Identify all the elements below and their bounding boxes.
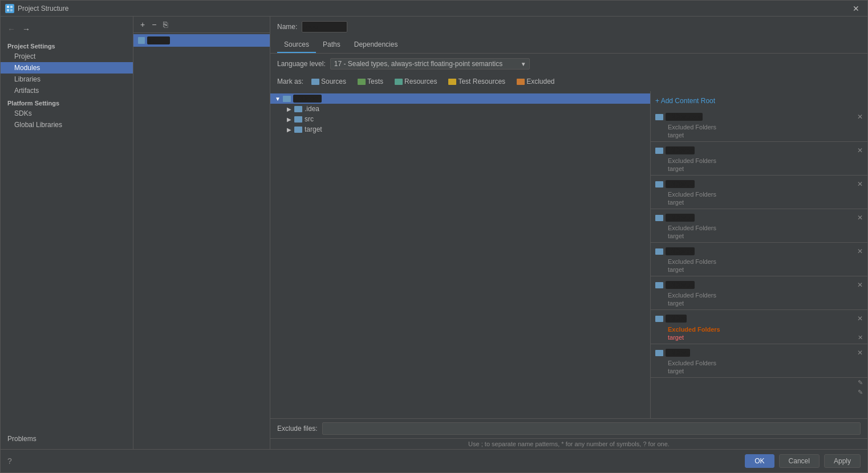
language-level-select[interactable]: 17 - Sealed types, always-strict floatin… xyxy=(330,58,530,70)
folder-icon xyxy=(294,116,302,123)
copy-module-button[interactable]: ⎘ xyxy=(161,19,170,30)
content-root-folder-icon xyxy=(655,248,663,255)
sidebar-item-artifacts[interactable]: Artifacts xyxy=(1,85,133,96)
tree-expand-arrow[interactable]: ▶ xyxy=(286,127,292,133)
excluded-folder-icon xyxy=(517,79,525,85)
excluded-folders-label: Excluded Folders xyxy=(651,258,867,266)
content-root-folder-icon xyxy=(655,350,663,356)
content-root-path-text: E:\Dev●●●● xyxy=(655,113,703,121)
cancel-button[interactable]: Cancel xyxy=(779,454,820,468)
content-root-item: E:\Dev●● ✕ Excluded Folders target xyxy=(651,142,867,176)
ok-button[interactable]: OK xyxy=(745,454,774,468)
exclude-files-row: Exclude files: xyxy=(270,418,867,438)
excluded-folders-value: target xyxy=(651,131,867,139)
excluded-folders-label: Excluded Folders xyxy=(651,291,867,299)
excluded-folders-label: Excluded Folders xyxy=(651,359,867,367)
content-root-path-row: E:\Dev●●●● ✕ xyxy=(651,111,867,123)
sidebar: ← → Project Settings Project Modules Lib… xyxy=(1,17,133,449)
tab-dependencies[interactable]: Dependencies xyxy=(347,37,405,53)
pencil-icon-2[interactable]: ✎ xyxy=(858,389,863,396)
apply-button[interactable]: Apply xyxy=(824,454,861,468)
svg-rect-2 xyxy=(7,9,9,11)
content-root-path-value: E:\Dev●● xyxy=(666,214,695,222)
remove-module-button[interactable]: − xyxy=(149,19,159,30)
file-tree[interactable]: ▼ E:\De●● ▶ .idea ▶ src xyxy=(270,91,651,418)
title-bar-left: Project Structure xyxy=(5,4,68,13)
tree-item-label: target xyxy=(305,125,322,133)
tree-expand-arrow[interactable]: ▶ xyxy=(286,106,292,112)
tree-item-idea[interactable]: ▶ .idea xyxy=(270,104,650,114)
mark-tests-button[interactable]: Tests xyxy=(354,76,387,87)
sidebar-item-modules[interactable]: Modules xyxy=(1,62,133,74)
tree-item-root[interactable]: ▼ E:\De●● xyxy=(270,93,650,104)
folder-icon xyxy=(294,127,302,133)
content-root-remove-button[interactable]: ✕ xyxy=(857,146,863,154)
edit-icons-row-2: ✎ xyxy=(651,388,867,397)
platform-settings-label: Platform Settings xyxy=(1,96,133,108)
exclude-files-label: Exclude files: xyxy=(277,425,318,433)
content-root-remove-button[interactable]: ✕ xyxy=(857,113,863,121)
add-module-button[interactable]: + xyxy=(138,19,147,30)
nav-forward-button[interactable]: → xyxy=(20,23,33,35)
footer-buttons: OK Cancel Apply xyxy=(745,454,861,468)
name-label: Name: xyxy=(277,23,297,31)
folder-icon xyxy=(283,96,291,102)
nav-controls: ← → xyxy=(1,21,133,39)
mark-resources-button[interactable]: Resources xyxy=(391,76,440,87)
help-button[interactable]: ? xyxy=(7,456,12,466)
content-root-folder-icon xyxy=(655,148,663,154)
window-title: Project Structure xyxy=(18,5,68,13)
sources-folder-icon xyxy=(311,79,319,85)
hint-text: Use ; to separate name patterns, * for a… xyxy=(270,438,867,449)
exclude-files-input[interactable] xyxy=(322,422,861,435)
close-button[interactable]: ✕ xyxy=(849,3,863,14)
add-content-root-button[interactable]: + Add Content Root xyxy=(651,93,867,108)
content-root-remove-button[interactable]: ✕ xyxy=(857,281,863,289)
content-root-remove-button[interactable]: ✕ xyxy=(857,247,863,255)
mark-as-label: Mark as: xyxy=(277,78,303,85)
right-panel: Name: Sources Paths Dependencies Languag… xyxy=(270,17,867,449)
content-root-item: E:\Dev●● ✕ Excluded Folders target xyxy=(651,176,867,209)
resources-folder-icon xyxy=(395,79,403,85)
tab-sources[interactable]: Sources xyxy=(277,37,316,53)
content-root-path-text: E:\Dev●● xyxy=(655,247,695,255)
module-icon xyxy=(138,37,145,44)
mark-resources-label: Resources xyxy=(404,78,437,85)
mark-excluded-button[interactable]: Excluded xyxy=(513,76,558,87)
sidebar-item-project[interactable]: Project xyxy=(1,51,133,62)
content-root-path-text: E:\Dev●● xyxy=(655,146,695,154)
tab-paths[interactable]: Paths xyxy=(316,37,347,53)
content-root-path-value: E:\Dev●●●● xyxy=(666,113,703,121)
language-level-label: Language level: xyxy=(277,60,326,68)
name-input[interactable] xyxy=(302,21,347,32)
content-root-remove-button[interactable]: ✕ xyxy=(857,214,863,222)
tree-item-label: src xyxy=(305,115,314,123)
sidebar-item-global-libraries[interactable]: Global Libraries xyxy=(1,119,133,131)
tree-item-label: .idea xyxy=(305,105,319,113)
content-root-remove-button[interactable]: ✕ xyxy=(857,349,863,357)
pencil-icon[interactable]: ✎ xyxy=(858,379,863,386)
sidebar-item-sdks[interactable]: SDKs xyxy=(1,108,133,119)
content-root-remove-button[interactable]: ✕ xyxy=(857,315,863,323)
module-name: ●● xyxy=(147,36,170,44)
content-root-remove-button[interactable]: ✕ xyxy=(857,180,863,188)
content-root-folder-icon xyxy=(655,114,663,120)
content-root-folder-icon xyxy=(655,215,663,221)
excluded-folders-value: target xyxy=(651,232,867,240)
nav-back-button[interactable]: ← xyxy=(5,23,18,35)
sidebar-item-problems[interactable]: Problems xyxy=(1,433,133,445)
svg-rect-3 xyxy=(10,9,13,11)
tree-expand-arrow[interactable]: ▼ xyxy=(275,96,281,102)
svg-rect-0 xyxy=(7,6,9,8)
language-level-row: Language level: 17 - Sealed types, alway… xyxy=(270,54,867,74)
project-structure-window: Project Structure ✕ ← → Project Settings… xyxy=(0,0,868,473)
remove-excluded-button[interactable]: ✕ xyxy=(858,334,867,341)
content-root-path-row: E:\Dev●● ✕ xyxy=(651,178,867,190)
tree-item-target[interactable]: ▶ target xyxy=(270,124,650,134)
mark-test-resources-button[interactable]: Test Resources xyxy=(445,76,509,87)
module-item[interactable]: ●● xyxy=(133,34,270,47)
tree-item-src[interactable]: ▶ src xyxy=(270,114,650,124)
sidebar-item-libraries[interactable]: Libraries xyxy=(1,74,133,85)
tree-expand-arrow[interactable]: ▶ xyxy=(286,116,292,123)
mark-sources-button[interactable]: Sources xyxy=(308,76,350,87)
